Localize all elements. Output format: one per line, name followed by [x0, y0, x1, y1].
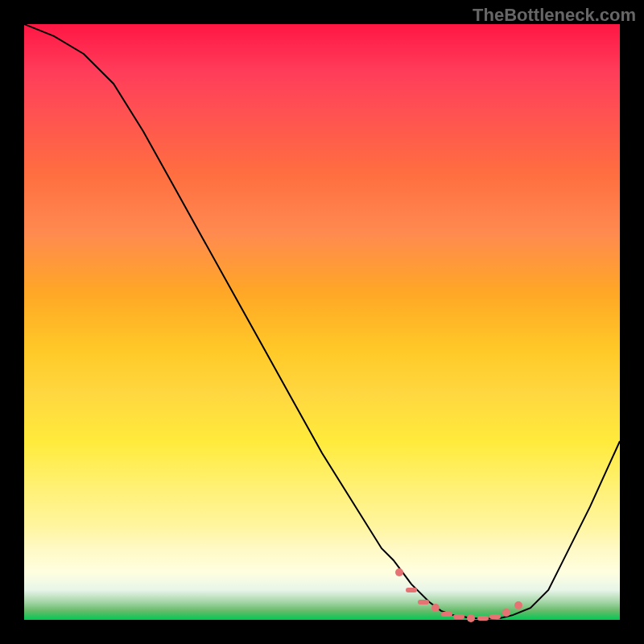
optimal-marker	[418, 600, 429, 605]
optimal-marker	[514, 601, 522, 609]
chart-container	[24, 24, 620, 620]
optimal-marker	[453, 614, 464, 619]
watermark-text: TheBottleneck.com	[473, 5, 636, 26]
optimal-marker	[502, 609, 510, 617]
optimal-marker	[406, 588, 417, 592]
optimal-marker	[395, 568, 403, 576]
optimal-marker	[477, 616, 489, 621]
optimal-marker	[489, 614, 501, 619]
optimal-marker	[467, 614, 475, 622]
optimal-range-markers	[24, 24, 620, 620]
optimal-marker	[441, 612, 452, 617]
optimal-marker	[431, 604, 440, 612]
